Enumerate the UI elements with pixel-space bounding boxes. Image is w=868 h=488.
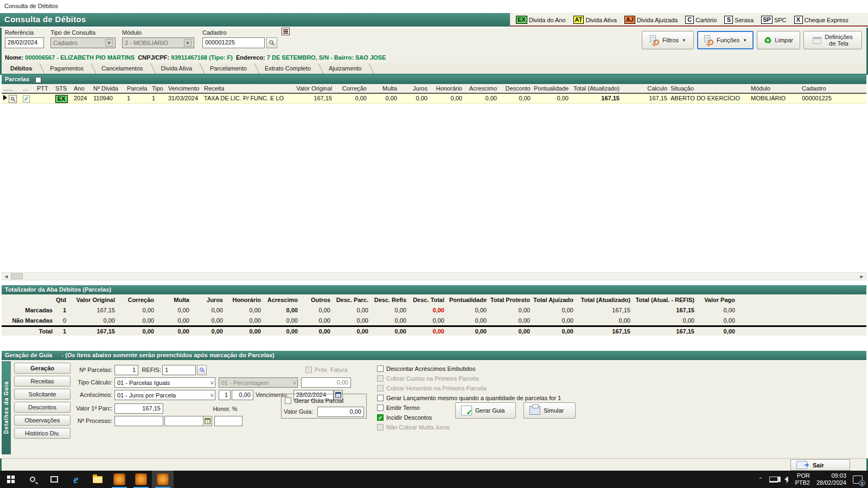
tray-expand-icon[interactable]: ⌃	[758, 477, 763, 482]
option-label: Emitir Termo	[386, 404, 420, 411]
sidebar-item-hist-rico-div-[interactable]: Histórico Div.	[14, 428, 71, 439]
limpar-button[interactable]: ♻ Limpar	[757, 31, 800, 49]
sidebar-item-receitas[interactable]: Receitas	[14, 376, 71, 387]
row-cell: 0,00	[226, 328, 264, 335]
table-row[interactable]: ✓EX20241109401131/03/2024TAXA DE LIC. P/…	[2, 94, 866, 104]
option-checkbox[interactable]: Gerar Lançamento mesmo quando a quantida…	[377, 394, 561, 402]
internet-explorer-button[interactable]: e	[65, 471, 87, 488]
row-cell: 0,00	[448, 317, 490, 324]
speaker-icon[interactable]	[784, 477, 788, 482]
tab-ajuizamento[interactable]: Ajuizamento	[322, 63, 371, 74]
modulo-select[interactable]: 2 - MOBILIÁRIO ▼	[122, 37, 194, 48]
column-header: PTT	[35, 84, 54, 93]
sidebar-item-gera-o[interactable]: Geração	[14, 363, 71, 374]
acrescimos-select[interactable]: 01 - Juros por Parcela ˅	[114, 390, 215, 400]
parcelas-select-all-checkbox[interactable]	[35, 77, 41, 83]
sts-badge: EX	[55, 95, 68, 103]
parcelas-table: .........PTTSTSAnoNº DividaParcelaTipoVe…	[2, 84, 866, 272]
scroll-right-arrow[interactable]: ►	[858, 273, 866, 279]
row-cell: 167,15	[577, 307, 634, 313]
column-header: Correção	[334, 84, 368, 93]
acrescimos-qty-input[interactable]: 1	[219, 390, 231, 400]
row-cell: MOBILIÁRIO	[749, 94, 800, 103]
row-cell	[2, 94, 21, 103]
cadastro-search-button[interactable]	[266, 37, 277, 48]
task-view-button[interactable]	[43, 471, 65, 488]
scrollbar-thumb[interactable]	[11, 273, 23, 279]
tipo-consulta-select[interactable]: Cadastro ▼	[50, 37, 116, 48]
honorario-pct-input[interactable]	[214, 416, 242, 426]
row-detail-search-button[interactable]	[9, 95, 17, 103]
taskbar-search-button[interactable]	[22, 471, 43, 488]
tipo-calculo-select[interactable]: 01 - Parcelas Iguais ˅	[114, 377, 215, 388]
acrescimos-valor-input[interactable]: 0,00	[232, 390, 253, 400]
tab-pagamentos[interactable]: Pagamentos	[43, 63, 92, 74]
checkbox-icon	[377, 365, 384, 372]
num-processo-input-1[interactable]	[114, 416, 163, 426]
sair-button[interactable]: Sair	[790, 459, 850, 471]
row-cell: 0,00	[193, 317, 226, 324]
row-cell: 0,00	[372, 307, 410, 313]
detalhes-guia-strip: Detalhes da Guia	[2, 361, 11, 454]
column-header: Correção	[118, 297, 157, 303]
network-icon[interactable]	[769, 477, 778, 483]
row-cell: 167,15	[570, 94, 621, 103]
num-parcelas-label: Nº Parcelas:	[73, 367, 112, 373]
column-header: Juros	[399, 84, 429, 93]
funcoes-button[interactable]: Funções ▼	[697, 31, 754, 49]
definicoes-tela-button[interactable]: Definiçõesde Tela	[803, 31, 862, 49]
row-cell: 0,00	[264, 317, 301, 324]
scroll-left-arrow[interactable]: ◄	[2, 273, 10, 279]
clock[interactable]: 09:0328/02/2024	[816, 472, 846, 486]
parcelas-table-body	[2, 104, 866, 272]
column-header: Honorário	[226, 297, 264, 303]
row-cell: 31/03/2024	[167, 94, 202, 103]
geracao-section-header: Geração de Guia - (Os itens abaixo somen…	[2, 351, 866, 360]
tab-parcelamento[interactable]: Parcelamento	[203, 63, 256, 74]
tab-débitos[interactable]: Débitos	[4, 63, 41, 74]
list-menu-icon[interactable]	[282, 28, 290, 35]
horizontal-scrollbar[interactable]: ◄ ►	[2, 272, 866, 280]
referencia-input[interactable]: 28/02/2024	[5, 37, 44, 48]
chevron-down-icon: ˅	[293, 380, 296, 386]
app-window-button-2[interactable]	[130, 471, 152, 488]
option-checkbox: Cobrar Custas na Primeira Parcela	[377, 374, 561, 383]
option-checkbox[interactable]: Descontar Acréscimos Embutidos	[377, 364, 561, 373]
row-cell: 0,00	[334, 317, 372, 324]
gerar-guia-parcial-checkbox[interactable]: Gerar Guia Parcial	[285, 396, 366, 405]
refis-search-button[interactable]	[197, 365, 207, 375]
acrescimos-value: 01 - Juros por Parcela	[117, 392, 176, 399]
sair-label: Sair	[813, 462, 824, 468]
tab-extrato-completo[interactable]: Extrato Completo	[258, 63, 320, 74]
legend-label: Divida Ajuizada	[637, 17, 678, 23]
option-label: Não Cobrar Multa Juros	[386, 424, 450, 431]
app-window-button-active[interactable]	[152, 471, 174, 488]
gerar-guia-button[interactable]: Gerar Guia	[455, 402, 516, 419]
file-explorer-button[interactable]	[87, 471, 108, 488]
row-cell: 0,00	[69, 317, 118, 324]
legend-label: Cartório	[695, 17, 717, 23]
valor-guia-input[interactable]: 0,00	[317, 407, 364, 417]
definicoes-label: Definiçõesde Tela	[825, 34, 852, 47]
gerar-guia-label: Gerar Guia	[475, 407, 505, 414]
tab-cancelamentos[interactable]: Cancelamentos	[95, 63, 151, 74]
calculator-icon[interactable]	[203, 416, 212, 426]
app-window-button-1[interactable]	[108, 471, 130, 488]
row-select-checkbox[interactable]: ✓	[23, 95, 30, 102]
sidebar-item-observa-es[interactable]: Observações	[14, 415, 71, 426]
valor-primeira-parcela-input[interactable]: 167,15	[114, 403, 163, 414]
refis-input[interactable]: 1	[162, 365, 196, 375]
tab-divida-ativa[interactable]: Divida Ativa	[155, 63, 201, 74]
simular-button[interactable]: Simular	[524, 402, 576, 419]
language-indicator[interactable]: PORPTB2	[795, 472, 810, 486]
sidebar-item-solicitante[interactable]: Solicitante	[14, 389, 71, 400]
notification-icon[interactable]: 1	[853, 476, 863, 484]
start-button[interactable]	[0, 471, 22, 488]
num-parcelas-input[interactable]: 1	[114, 365, 138, 375]
sidebar-item-descontos[interactable]: Descontos	[14, 402, 71, 413]
filtros-button[interactable]: Filtros ▼	[642, 31, 694, 49]
legend-badge: X	[794, 16, 803, 24]
option-label: Cobrar Honorário na Primeira Parcela	[386, 385, 487, 391]
cadastro-input[interactable]: 000001225	[202, 37, 265, 48]
legend-item: EXDivida do Ano	[516, 16, 566, 24]
